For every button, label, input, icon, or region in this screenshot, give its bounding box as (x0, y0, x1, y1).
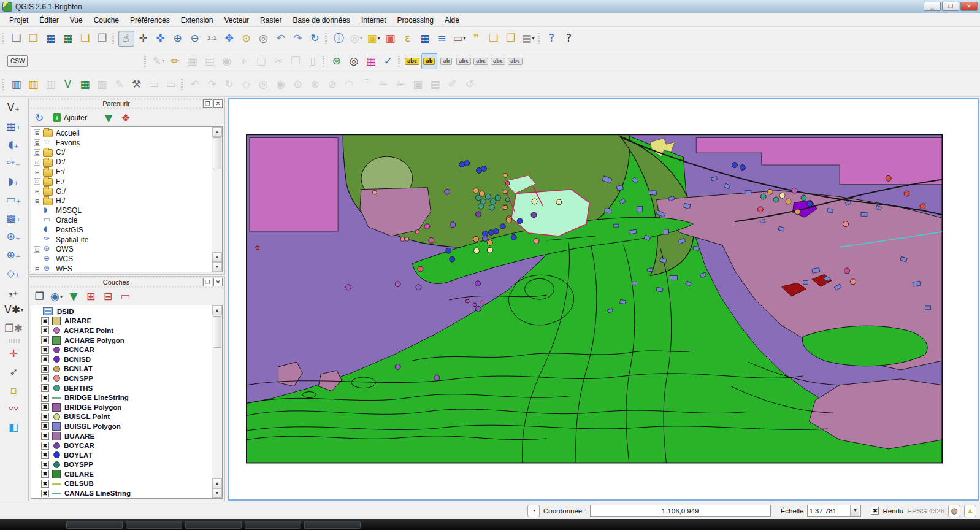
layer-berths[interactable]: ✖ BERTHS (34, 383, 212, 393)
save-project-as-button[interactable]: ▦ (60, 31, 76, 47)
csw-button[interactable]: CSW (7, 55, 28, 67)
tree-expander-icon[interactable]: ⊞ (34, 129, 40, 136)
layer-canals-linestring[interactable]: ✖ CANALS LineString (34, 488, 212, 498)
coordinate-input[interactable]: 1.106,0.949 (590, 505, 771, 517)
add-vector-layer-button[interactable]: V₊ (5, 98, 23, 117)
grass-close-mapset-button[interactable]: ▥ (43, 77, 59, 93)
float-panel-button[interactable]: ❐ (203, 278, 212, 286)
layers-scrollbar[interactable]: ▲ ▲ ▼ (212, 305, 222, 498)
layer-airare[interactable]: ✖ AIRARE (34, 317, 212, 326)
close-panel-button[interactable]: ✕ (213, 278, 223, 286)
map-canvas[interactable] (228, 98, 979, 501)
scroll-thumb[interactable] (213, 137, 221, 169)
zoom-to-selection-button[interactable]: ⊙ (239, 31, 255, 47)
grass-tools-button[interactable]: ▥ (94, 77, 110, 93)
tree-expander-icon[interactable]: ⊞ (34, 198, 40, 204)
tree-expander-icon[interactable]: ⊞ (34, 178, 40, 185)
layer-checkbox[interactable]: ✖ (41, 355, 49, 363)
coordinate-capture-button[interactable]: ✛ (5, 344, 23, 363)
measure-button[interactable]: ▭▾ (451, 31, 467, 47)
taskbar-window-button[interactable] (304, 521, 361, 529)
grass-region-button[interactable]: ⚒ (129, 77, 145, 93)
pan-to-selection-button[interactable]: ✜ (153, 31, 169, 47)
layer-checkbox[interactable]: ✖ (41, 432, 49, 440)
move-label-button[interactable]: abc (473, 53, 489, 69)
edit-options-button[interactable]: ▤ (202, 53, 218, 69)
add-wcs-layer-button[interactable]: ⊕₊ (5, 245, 23, 264)
layer-checkbox[interactable]: ✖ (41, 374, 49, 382)
collapse-all-button[interactable]: ⊟ (101, 289, 115, 304)
taskbar-window-button[interactable] (66, 521, 123, 529)
layer-bcnlat[interactable]: ✖ BCNLAT (34, 364, 212, 374)
merge-attributes-button[interactable]: ▤ (427, 77, 443, 93)
split-features-button[interactable]: ✁ (376, 77, 392, 93)
layer-achare-polygon[interactable]: ✖ ACHARE Polygon (34, 336, 212, 345)
tree-expander-icon[interactable] (34, 236, 40, 243)
crs-status-button[interactable]: ◍ (948, 505, 960, 517)
tree-expander-icon[interactable] (34, 226, 40, 233)
pan-map-button[interactable]: ✛ (136, 31, 151, 47)
layer-bcncar[interactable]: ✖ BCNCAR (34, 345, 212, 355)
deselect-features-button[interactable]: ▣ (383, 31, 399, 47)
refresh-map-button[interactable]: ↻ (307, 31, 323, 47)
browser-item-accueil[interactable]: ⊞ Accueil (34, 128, 212, 138)
close-button[interactable]: ✕ (960, 2, 978, 11)
statistics-button[interactable]: ≡ (434, 31, 450, 47)
scroll-up-arrow[interactable]: ▲ (212, 478, 222, 488)
rotate-feature-button[interactable]: ↻ (221, 77, 237, 93)
messages-button[interactable]: ▲ (964, 505, 976, 517)
layer-bridge-linestring[interactable]: ✖ BRIDGE LineString (34, 393, 212, 402)
plugin-small-button[interactable]: ▫ (5, 381, 23, 399)
search-binoculars-button[interactable]: ◎ (346, 53, 362, 69)
layer-boycar[interactable]: ✖ BOYCAR (34, 440, 212, 450)
highlight-pinned-labels-button[interactable]: ab (438, 53, 454, 69)
browser-collapse-button[interactable]: ❖ (118, 110, 133, 125)
menu-item[interactable]: Raster (255, 14, 287, 26)
zoom-full-button[interactable]: ✥ (221, 31, 237, 47)
add-delimited-text-button[interactable]: ❟₊ (5, 282, 23, 301)
maximize-button[interactable]: ❐ (942, 2, 959, 11)
copy-features-button[interactable]: ❐ (288, 53, 304, 69)
open-attribute-table-button[interactable]: ▦ (417, 31, 433, 47)
layer-checkbox[interactable]: ✖ (41, 461, 49, 469)
scale-select[interactable]: 1:37 781 ▼ (807, 505, 861, 517)
open-project-button[interactable]: ❒ (26, 31, 42, 47)
whats-this-button[interactable]: ? (561, 31, 577, 47)
new-print-composer-button[interactable]: ❏ (77, 31, 93, 47)
identify-features-button[interactable]: ⓘ (331, 31, 347, 47)
layer-boyspp[interactable]: ✖ BOYSPP (34, 460, 212, 470)
menu-item[interactable]: Processing (392, 14, 439, 26)
layer-checkbox[interactable]: ✖ (41, 326, 49, 334)
scroll-up-arrow[interactable]: ▲ (212, 252, 222, 262)
toggle-editing-button[interactable]: ✏ (167, 53, 183, 69)
grass-edit-button[interactable]: ✎ (112, 77, 128, 93)
taskbar-window-button[interactable] (185, 521, 242, 529)
osm-plugin-button[interactable]: ➶ (5, 363, 23, 381)
taskbar-window-button[interactable] (126, 521, 182, 529)
browser-item-f[interactable]: ⊞ F:/ (34, 177, 212, 186)
current-edits-button[interactable]: ✎▾ (150, 53, 166, 69)
zoom-last-button[interactable]: ↶ (273, 31, 289, 47)
add-postgis-layer-button[interactable]: ◖₊ (5, 135, 23, 153)
add-feature-button[interactable]: ◉ (219, 53, 235, 69)
pin-label-button[interactable]: ab (421, 53, 437, 69)
layer-checkbox[interactable]: ✖ (41, 365, 49, 373)
touch-zoom-pan-button[interactable]: ☝ (118, 31, 134, 47)
new-shapefile-layer-button[interactable]: V✱▾ (5, 301, 23, 319)
browser-filter-button[interactable]: ▼ (101, 110, 116, 125)
merge-features-button[interactable]: ▣ (410, 77, 426, 93)
tree-expander-icon[interactable] (34, 207, 40, 214)
add-oracle-georaster-button[interactable]: ▩₊ (5, 209, 23, 227)
grass-add-raster-layer-button[interactable]: ▦ (77, 77, 93, 93)
layer-cblsub[interactable]: ✖ CBLSUB (34, 479, 212, 489)
browser-item-ows[interactable]: ⊞ OWS (34, 245, 212, 255)
layer-group-dsid[interactable]: DSID (34, 307, 212, 317)
tree-expander-icon[interactable] (34, 217, 40, 224)
add-wms-layer-button[interactable]: ⊛₊ (5, 227, 23, 245)
tree-expander-icon[interactable]: ⊞ (34, 159, 40, 166)
embed-layers-button[interactable]: ❐✱ (5, 319, 23, 337)
layer-checkbox[interactable]: ✖ (41, 470, 49, 478)
add-oracle-layer-button[interactable]: ▭₊ (5, 190, 23, 209)
chevron-down-icon[interactable]: ▼ (850, 505, 859, 516)
layer-achare-point[interactable]: ✖ ACHARE Point (34, 326, 212, 336)
